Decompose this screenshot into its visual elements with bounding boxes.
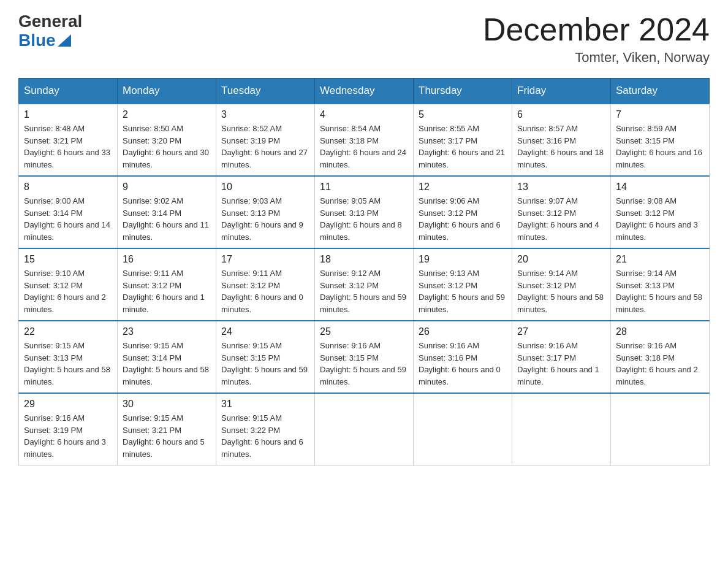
day-cell: 28 Sunrise: 9:16 AMSunset: 3:18 PMDaylig…: [611, 321, 710, 393]
day-cell: 8 Sunrise: 9:00 AMSunset: 3:14 PMDayligh…: [19, 176, 118, 248]
day-cell: 11 Sunrise: 9:05 AMSunset: 3:13 PMDaylig…: [315, 176, 414, 248]
day-info: Sunrise: 9:13 AMSunset: 3:12 PMDaylight:…: [419, 269, 505, 314]
day-number: 19: [419, 254, 507, 265]
day-cell: 15 Sunrise: 9:10 AMSunset: 3:12 PMDaylig…: [19, 248, 118, 321]
day-cell: 12 Sunrise: 9:06 AMSunset: 3:12 PMDaylig…: [414, 176, 512, 248]
day-cell: 3 Sunrise: 8:52 AMSunset: 3:19 PMDayligh…: [216, 104, 315, 176]
day-cell: 29 Sunrise: 9:16 AMSunset: 3:19 PMDaylig…: [19, 393, 118, 465]
day-number: 18: [320, 254, 408, 265]
day-cell: 27 Sunrise: 9:16 AMSunset: 3:17 PMDaylig…: [512, 321, 611, 393]
day-info: Sunrise: 9:15 AMSunset: 3:22 PMDaylight:…: [221, 413, 303, 459]
day-info: Sunrise: 9:11 AMSunset: 3:12 PMDaylight:…: [221, 269, 303, 314]
day-cell: 16 Sunrise: 9:11 AMSunset: 3:12 PMDaylig…: [118, 248, 216, 321]
day-number: 12: [419, 182, 507, 193]
day-info: Sunrise: 9:15 AMSunset: 3:21 PMDaylight:…: [123, 413, 205, 459]
calendar-body: 1 Sunrise: 8:48 AMSunset: 3:21 PMDayligh…: [19, 104, 710, 465]
week-row-3: 15 Sunrise: 9:10 AMSunset: 3:12 PMDaylig…: [19, 248, 710, 321]
day-info: Sunrise: 9:16 AMSunset: 3:18 PMDaylight:…: [616, 341, 698, 386]
day-cell: 18 Sunrise: 9:12 AMSunset: 3:12 PMDaylig…: [315, 248, 414, 321]
header-row: SundayMondayTuesdayWednesdayThursdayFrid…: [19, 79, 710, 104]
day-number: 27: [517, 326, 605, 337]
day-cell: 22 Sunrise: 9:15 AMSunset: 3:13 PMDaylig…: [19, 321, 118, 393]
header-cell-tuesday: Tuesday: [216, 79, 315, 104]
day-cell: [512, 393, 611, 465]
day-number: 15: [24, 254, 112, 265]
day-info: Sunrise: 9:02 AMSunset: 3:14 PMDaylight:…: [123, 196, 209, 242]
logo-triangle-icon: [58, 34, 71, 47]
day-cell: 24 Sunrise: 9:15 AMSunset: 3:15 PMDaylig…: [216, 321, 315, 393]
day-cell: 26 Sunrise: 9:16 AMSunset: 3:16 PMDaylig…: [414, 321, 512, 393]
day-info: Sunrise: 9:15 AMSunset: 3:13 PMDaylight:…: [24, 341, 110, 386]
day-cell: 31 Sunrise: 9:15 AMSunset: 3:22 PMDaylig…: [216, 393, 315, 465]
day-number: 6: [517, 109, 605, 120]
day-number: 16: [123, 254, 211, 265]
day-info: Sunrise: 9:15 AMSunset: 3:15 PMDaylight:…: [221, 341, 308, 386]
day-info: Sunrise: 8:59 AMSunset: 3:15 PMDaylight:…: [616, 124, 702, 169]
day-number: 13: [517, 182, 605, 193]
day-info: Sunrise: 9:10 AMSunset: 3:12 PMDaylight:…: [24, 269, 106, 314]
day-number: 10: [221, 182, 309, 193]
day-info: Sunrise: 8:48 AMSunset: 3:21 PMDaylight:…: [24, 124, 110, 169]
logo-general-text: General: [18, 12, 82, 31]
day-cell: 21 Sunrise: 9:14 AMSunset: 3:13 PMDaylig…: [611, 248, 710, 321]
week-row-4: 22 Sunrise: 9:15 AMSunset: 3:13 PMDaylig…: [19, 321, 710, 393]
day-number: 30: [123, 399, 211, 410]
day-number: 26: [419, 326, 507, 337]
day-number: 20: [517, 254, 605, 265]
day-info: Sunrise: 8:50 AMSunset: 3:20 PMDaylight:…: [123, 124, 209, 169]
day-info: Sunrise: 9:05 AMSunset: 3:13 PMDaylight:…: [320, 196, 402, 242]
day-cell: 25 Sunrise: 9:16 AMSunset: 3:15 PMDaylig…: [315, 321, 414, 393]
header-cell-sunday: Sunday: [19, 79, 118, 104]
month-title: December 2024: [483, 12, 710, 47]
day-info: Sunrise: 9:00 AMSunset: 3:14 PMDaylight:…: [24, 196, 110, 242]
logo: General Blue: [18, 12, 82, 50]
header-cell-wednesday: Wednesday: [315, 79, 414, 104]
day-cell: 17 Sunrise: 9:11 AMSunset: 3:12 PMDaylig…: [216, 248, 315, 321]
day-number: 3: [221, 109, 309, 120]
day-number: 17: [221, 254, 309, 265]
day-info: Sunrise: 9:14 AMSunset: 3:13 PMDaylight:…: [616, 269, 702, 314]
day-cell: 9 Sunrise: 9:02 AMSunset: 3:14 PMDayligh…: [118, 176, 216, 248]
day-cell: [611, 393, 710, 465]
header-cell-monday: Monday: [118, 79, 216, 104]
week-row-1: 1 Sunrise: 8:48 AMSunset: 3:21 PMDayligh…: [19, 104, 710, 176]
day-info: Sunrise: 9:08 AMSunset: 3:12 PMDaylight:…: [616, 196, 698, 242]
day-cell: 23 Sunrise: 9:15 AMSunset: 3:14 PMDaylig…: [118, 321, 216, 393]
day-info: Sunrise: 8:55 AMSunset: 3:17 PMDaylight:…: [419, 124, 505, 169]
svg-marker-0: [58, 34, 71, 47]
day-number: 21: [616, 254, 704, 265]
day-info: Sunrise: 9:07 AMSunset: 3:12 PMDaylight:…: [517, 196, 599, 242]
day-cell: 14 Sunrise: 9:08 AMSunset: 3:12 PMDaylig…: [611, 176, 710, 248]
day-number: 4: [320, 109, 408, 120]
day-cell: 6 Sunrise: 8:57 AMSunset: 3:16 PMDayligh…: [512, 104, 611, 176]
day-number: 29: [24, 399, 112, 410]
day-cell: 1 Sunrise: 8:48 AMSunset: 3:21 PMDayligh…: [19, 104, 118, 176]
day-number: 5: [419, 109, 507, 120]
day-number: 14: [616, 182, 704, 193]
day-info: Sunrise: 9:16 AMSunset: 3:16 PMDaylight:…: [419, 341, 501, 386]
day-number: 25: [320, 326, 408, 337]
day-number: 2: [123, 109, 211, 120]
week-row-2: 8 Sunrise: 9:00 AMSunset: 3:14 PMDayligh…: [19, 176, 710, 248]
week-row-5: 29 Sunrise: 9:16 AMSunset: 3:19 PMDaylig…: [19, 393, 710, 465]
header-cell-thursday: Thursday: [414, 79, 512, 104]
day-number: 31: [221, 399, 309, 410]
header-cell-saturday: Saturday: [611, 79, 710, 104]
day-info: Sunrise: 8:52 AMSunset: 3:19 PMDaylight:…: [221, 124, 308, 169]
day-number: 1: [24, 109, 112, 120]
page-header: General Blue December 2024 Tomter, Viken…: [18, 12, 710, 66]
day-info: Sunrise: 8:54 AMSunset: 3:18 PMDaylight:…: [320, 124, 406, 169]
logo-blue-text: Blue: [18, 31, 82, 50]
day-info: Sunrise: 8:57 AMSunset: 3:16 PMDaylight:…: [517, 124, 604, 169]
day-cell: 30 Sunrise: 9:15 AMSunset: 3:21 PMDaylig…: [118, 393, 216, 465]
day-cell: 4 Sunrise: 8:54 AMSunset: 3:18 PMDayligh…: [315, 104, 414, 176]
day-cell: 7 Sunrise: 8:59 AMSunset: 3:15 PMDayligh…: [611, 104, 710, 176]
day-number: 23: [123, 326, 211, 337]
day-cell: [414, 393, 512, 465]
day-info: Sunrise: 9:15 AMSunset: 3:14 PMDaylight:…: [123, 341, 209, 386]
day-info: Sunrise: 9:14 AMSunset: 3:12 PMDaylight:…: [517, 269, 604, 314]
day-info: Sunrise: 9:16 AMSunset: 3:17 PMDaylight:…: [517, 341, 599, 386]
day-info: Sunrise: 9:12 AMSunset: 3:12 PMDaylight:…: [320, 269, 406, 314]
day-cell: 20 Sunrise: 9:14 AMSunset: 3:12 PMDaylig…: [512, 248, 611, 321]
day-number: 22: [24, 326, 112, 337]
